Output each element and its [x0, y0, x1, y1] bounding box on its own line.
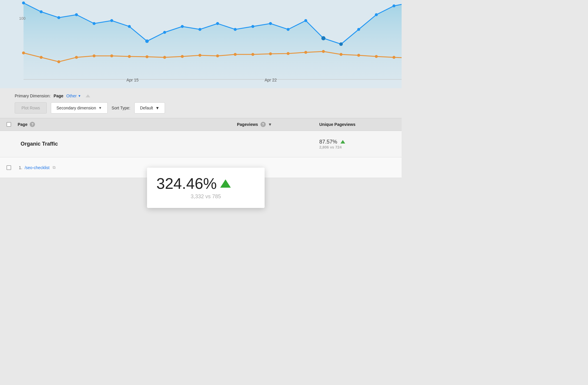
- svg-point-10: [198, 28, 201, 31]
- secondary-dim-arrow: ▼: [98, 106, 102, 110]
- other-dropdown-arrow: ▼: [78, 94, 81, 98]
- svg-point-39: [322, 50, 325, 53]
- row1-page-link[interactable]: /seo-checklist: [25, 165, 50, 170]
- select-all-checkbox[interactable]: [6, 122, 11, 127]
- controls-area: Primary Dimension: Page Other ▼ Plot Row…: [0, 88, 402, 118]
- chart-x-label-apr22: Apr 22: [265, 78, 277, 82]
- other-button[interactable]: Other ▼: [66, 94, 81, 98]
- chart-x-label-apr15: Apr 15: [126, 78, 138, 82]
- svg-point-43: [392, 56, 395, 59]
- svg-point-42: [375, 55, 378, 58]
- page-column-header: Page ?: [18, 122, 237, 127]
- svg-point-7: [145, 39, 149, 43]
- svg-point-4: [93, 22, 96, 25]
- sort-type-label: Sort Type:: [112, 106, 131, 110]
- chart-area: 100 Apr 15 Apr 22: [0, 0, 402, 88]
- svg-point-41: [357, 54, 360, 57]
- tooltip-main: 324.46%: [156, 176, 255, 191]
- svg-point-8: [163, 31, 166, 34]
- svg-point-6: [128, 25, 131, 28]
- svg-point-22: [22, 51, 25, 54]
- svg-point-28: [128, 55, 131, 58]
- svg-point-37: [287, 52, 290, 55]
- svg-point-0: [22, 1, 25, 4]
- unique-comparison: 2,806 vs 724: [319, 145, 396, 149]
- tooltip-up-arrow-icon: [220, 179, 231, 188]
- svg-point-19: [357, 28, 360, 31]
- svg-point-17: [321, 36, 325, 40]
- page-help-icon[interactable]: ?: [30, 122, 35, 127]
- svg-point-15: [287, 28, 290, 31]
- total-row-label: Organic Traffic: [18, 141, 237, 147]
- table-header: Page ? Pageviews ? ▼ Unique Pageviews: [0, 118, 402, 131]
- page-label: Page: [54, 94, 63, 98]
- tooltip-percentage: 324.46%: [156, 176, 217, 191]
- pageviews-column-label: Pageviews: [237, 122, 258, 127]
- primary-dimension-row: Primary Dimension: Page Other ▼: [15, 94, 387, 98]
- svg-point-29: [146, 55, 148, 58]
- svg-point-34: [234, 53, 237, 56]
- row1-checkbox[interactable]: [6, 165, 11, 170]
- svg-point-9: [181, 25, 184, 28]
- pageviews-help-icon[interactable]: ?: [260, 122, 266, 127]
- svg-point-1: [40, 10, 43, 13]
- other-button-label: Other: [66, 94, 77, 98]
- svg-point-3: [75, 13, 78, 16]
- svg-point-33: [216, 54, 219, 57]
- svg-point-40: [340, 53, 343, 56]
- svg-point-36: [269, 52, 272, 55]
- tooltip-popup: 324.46% 3,332 vs 785: [147, 168, 265, 208]
- row1-num: 1.: [19, 165, 22, 170]
- svg-point-35: [251, 53, 254, 56]
- primary-dimension-label: Primary Dimension:: [15, 94, 51, 98]
- svg-point-27: [110, 54, 113, 57]
- svg-point-32: [198, 54, 201, 57]
- total-row: Organic Traffic — 87.57% 2,806 vs 724: [0, 131, 402, 157]
- svg-point-31: [181, 55, 184, 58]
- sort-default-arrow: ▼: [155, 106, 159, 110]
- svg-point-12: [234, 28, 237, 31]
- svg-point-5: [110, 19, 113, 22]
- svg-point-2: [57, 16, 60, 19]
- unique-pageviews-column-label: Unique Pageviews: [319, 122, 355, 127]
- row1-check-col: [0, 165, 18, 170]
- plot-rows-label: Plot Rows: [21, 106, 40, 110]
- secondary-dimension-button[interactable]: Secondary dimension ▼: [51, 102, 108, 114]
- svg-point-20: [375, 13, 378, 16]
- sort-default-label: Default: [140, 106, 153, 110]
- svg-point-11: [216, 22, 219, 25]
- triangle-indicator: [86, 94, 90, 97]
- sort-default-button[interactable]: Default ▼: [134, 102, 165, 114]
- header-checkbox-col: [0, 122, 18, 127]
- svg-point-16: [304, 19, 307, 22]
- svg-point-25: [75, 56, 78, 59]
- tooltip-comparison: 3,332 vs 785: [156, 194, 255, 200]
- unique-pct-value: 87.57%: [319, 139, 396, 145]
- pageviews-column-header: Pageviews ? ▼: [237, 122, 319, 127]
- svg-point-14: [269, 22, 272, 25]
- svg-point-13: [251, 25, 254, 28]
- svg-point-30: [163, 56, 166, 59]
- svg-point-23: [40, 56, 43, 59]
- toolbar-row: Plot Rows Secondary dimension ▼ Sort Typ…: [15, 102, 387, 114]
- svg-point-18: [339, 42, 343, 46]
- total-unique-cell: 87.57% 2,806 vs 724: [319, 139, 402, 149]
- svg-point-24: [57, 60, 60, 63]
- svg-point-26: [93, 54, 96, 57]
- secondary-dimension-label: Secondary dimension: [56, 106, 96, 110]
- plot-rows-button[interactable]: Plot Rows: [15, 102, 47, 114]
- row1-external-link-icon[interactable]: ⧉: [53, 165, 56, 170]
- unique-up-arrow: [340, 140, 345, 144]
- unique-pageviews-column-header: Unique Pageviews: [319, 122, 402, 127]
- chart-y-axis-label: 100: [19, 16, 26, 21]
- svg-point-21: [392, 4, 395, 7]
- page-column-label: Page: [18, 122, 27, 127]
- pageviews-sort-icon[interactable]: ▼: [268, 122, 272, 127]
- svg-point-38: [304, 51, 307, 54]
